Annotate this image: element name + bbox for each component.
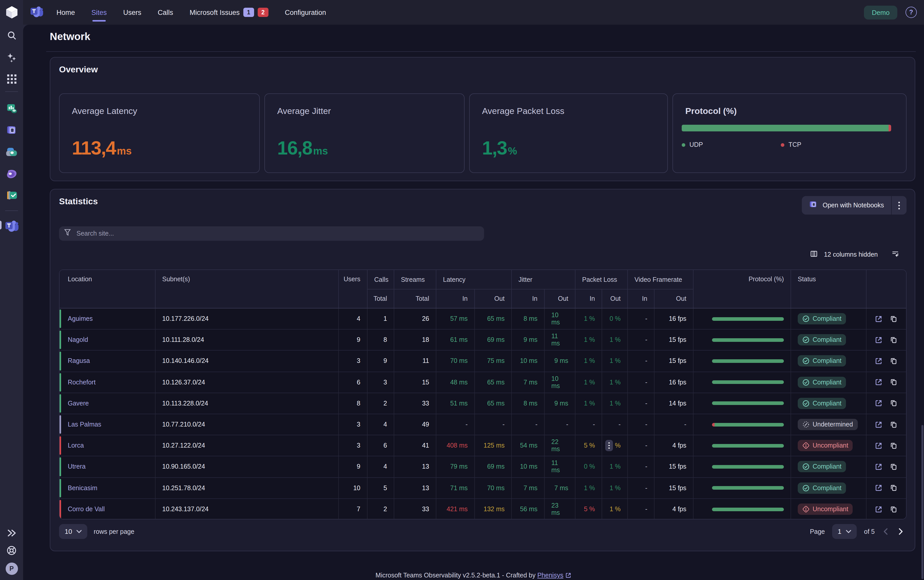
open-site-button[interactable] — [875, 484, 883, 492]
col-streams[interactable]: Streams — [394, 270, 436, 290]
open-site-button[interactable] — [875, 378, 883, 386]
teams-app-icon[interactable] — [0, 218, 23, 233]
copy-button[interactable] — [889, 315, 897, 323]
col-jitter[interactable]: Jitter — [511, 270, 575, 290]
copy-button[interactable] — [889, 400, 897, 407]
nav-item-calls[interactable]: Calls — [150, 0, 181, 25]
col-latency[interactable]: Latency — [436, 270, 511, 290]
subcol-packet-loss-in[interactable]: In — [575, 290, 602, 308]
col-packet-loss[interactable]: Packet Loss — [575, 270, 627, 290]
subcol-packet-loss-out[interactable]: Out — [602, 290, 627, 308]
open-site-button[interactable] — [875, 442, 883, 449]
subcol-calls-total[interactable]: Total — [367, 290, 394, 308]
open-with-notebooks-button[interactable]: Open with Notebooks — [802, 196, 891, 214]
table-row: Ragusa10.140.146.0/24391170 ms75 ms10 ms… — [59, 351, 906, 372]
previous-page-button[interactable] — [882, 528, 889, 535]
open-site-button[interactable] — [875, 336, 883, 344]
packet-loss-in-cell: - — [575, 414, 602, 435]
analytics-app-icon[interactable] — [0, 102, 23, 116]
col-protocol[interactable]: Protocol (%) — [693, 270, 791, 308]
streams-cell: 41 — [394, 435, 436, 456]
location-link[interactable]: Corro de Vall — [68, 506, 105, 513]
framerate-out-cell: 4 fps — [654, 499, 693, 519]
search-icon[interactable] — [0, 28, 23, 43]
statistics-menu-button[interactable] — [891, 196, 906, 214]
col-users[interactable]: Users — [338, 270, 367, 308]
location-link[interactable]: Rochefort — [68, 379, 96, 386]
loop-app-icon[interactable] — [0, 167, 23, 181]
apps-grid-icon[interactable] — [0, 72, 23, 86]
subcol-latency-out[interactable]: Out — [474, 290, 511, 308]
sites-table: Location Subnet(s) Users Calls Streams L… — [59, 269, 906, 519]
columns-hidden-control[interactable]: 12 columns hidden — [810, 250, 899, 259]
row-status-accent — [59, 331, 61, 349]
open-site-button[interactable] — [875, 421, 883, 428]
framerate-in-cell: - — [627, 393, 654, 414]
copy-button[interactable] — [889, 484, 897, 492]
open-site-button[interactable] — [875, 400, 883, 407]
app-logo-icon[interactable] — [0, 4, 23, 21]
nav-item-configuration[interactable]: Configuration — [277, 0, 334, 25]
vertical-scrollbar[interactable] — [921, 425, 924, 579]
protocol-bar — [712, 444, 784, 447]
nav-item-microsoft-issues[interactable]: Microsoft Issues 1 2 — [181, 0, 277, 25]
col-status[interactable]: Status — [791, 270, 866, 308]
open-site-button[interactable] — [875, 315, 883, 323]
row-menu-button[interactable] — [606, 440, 613, 451]
open-site-button[interactable] — [875, 463, 883, 471]
col-video-framerate[interactable]: Video Framerate — [627, 270, 693, 290]
subcol-jitter-in[interactable]: In — [511, 290, 544, 308]
col-subnet[interactable]: Subnet(s) — [155, 270, 338, 308]
row-status-accent — [59, 352, 61, 370]
copy-button[interactable] — [889, 463, 897, 471]
nav-item-sites[interactable]: Sites — [83, 0, 115, 25]
copy-button[interactable] — [889, 378, 897, 386]
copy-button[interactable] — [889, 336, 897, 344]
user-avatar[interactable]: P — [0, 562, 23, 576]
support-icon[interactable] — [0, 544, 23, 557]
copy-button[interactable] — [889, 506, 897, 513]
subcol-framerate-out[interactable]: Out — [654, 290, 693, 308]
location-link[interactable]: Aguimes — [68, 315, 93, 322]
collapse-sidebar-icon[interactable] — [0, 526, 23, 539]
copy-button[interactable] — [889, 357, 897, 365]
location-link[interactable]: Benicasim — [68, 484, 97, 491]
status-badge: Compliant — [798, 461, 846, 473]
subcol-jitter-out[interactable]: Out — [544, 290, 575, 308]
search-input[interactable] — [76, 229, 479, 238]
next-page-button[interactable] — [897, 528, 904, 535]
rows-per-page-select[interactable]: 10 — [59, 524, 87, 539]
open-site-button[interactable] — [875, 357, 883, 365]
help-button[interactable]: ? — [906, 7, 917, 18]
nav-item-home[interactable]: Home — [48, 0, 83, 25]
subcol-latency-in[interactable]: In — [436, 290, 474, 308]
bookings-app-icon[interactable] — [0, 145, 23, 160]
location-link[interactable]: Utrera — [68, 463, 86, 470]
table-row: Nagold10.111.28.0/24981861 ms69 ms9 ms11… — [59, 330, 906, 351]
location-link[interactable]: Lorca — [68, 442, 84, 449]
subcol-streams-total[interactable]: Total — [394, 290, 436, 308]
location-link[interactable]: Las Palmas — [68, 421, 101, 428]
subcol-framerate-in[interactable]: In — [627, 290, 654, 308]
location-link[interactable]: Nagold — [68, 336, 88, 344]
location-link[interactable]: Gavere — [68, 400, 89, 407]
col-location[interactable]: Location — [59, 270, 155, 308]
streams-cell: 13 — [394, 478, 436, 498]
sparkles-icon[interactable] — [0, 50, 23, 65]
phenisys-link[interactable]: Phenisys — [537, 572, 563, 579]
nav-item-users[interactable]: Users — [115, 0, 150, 25]
location-cell: Corro de Vall — [59, 499, 155, 519]
copy-button[interactable] — [889, 421, 897, 428]
location-link[interactable]: Ragusa — [68, 358, 90, 365]
demo-button[interactable]: Demo — [864, 5, 897, 19]
status-badge: Compliant — [798, 313, 846, 325]
filter-settings-icon[interactable] — [891, 250, 899, 259]
notebooks-app-icon[interactable] — [0, 123, 23, 138]
copy-button[interactable] — [889, 442, 897, 449]
status-badge: Compliant — [798, 334, 846, 346]
col-calls[interactable]: Calls — [367, 270, 394, 290]
page-select[interactable]: 1 — [832, 524, 857, 539]
framerate-out-cell: 14 fps — [654, 393, 693, 414]
open-site-button[interactable] — [875, 506, 883, 513]
planner-app-icon[interactable] — [0, 188, 23, 203]
